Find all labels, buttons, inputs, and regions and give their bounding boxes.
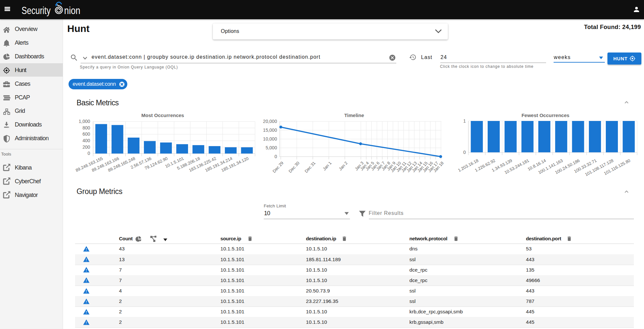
svg-text:Security: Security [22, 5, 51, 16]
svg-text:800: 800 [83, 125, 90, 130]
svg-text:0: 0 [87, 151, 90, 156]
svg-text:Dec 31: Dec 31 [304, 160, 316, 173]
svg-text:15,000: 15,000 [263, 127, 277, 133]
svg-text:Fewest Occurrences: Fewest Occurrences [522, 112, 570, 118]
svg-text:185.191.34.120: 185.191.34.120 [221, 156, 249, 173]
svg-text:600: 600 [83, 131, 90, 137]
svg-text:nion: nion [64, 5, 80, 16]
svg-text:0: 0 [275, 154, 277, 159]
svg-text:Dec 29: Dec 29 [272, 160, 284, 173]
svg-text:101.108.117.128: 101.108.117.128 [584, 158, 614, 177]
svg-text:Most Occurrences: Most Occurrences [141, 112, 184, 118]
svg-text:Jan 1: Jan 1 [322, 160, 333, 171]
svg-text:1,000: 1,000 [79, 119, 90, 124]
svg-text:10,000: 10,000 [263, 136, 277, 142]
svg-text:1: 1 [463, 118, 466, 124]
svg-text:Jan 2: Jan 2 [338, 160, 349, 171]
svg-text:200: 200 [83, 144, 90, 150]
svg-text:5,000: 5,000 [266, 145, 277, 150]
svg-text:400: 400 [83, 138, 90, 143]
svg-text:Timeline: Timeline [344, 112, 364, 118]
svg-text:0: 0 [463, 150, 466, 155]
svg-text:20,000: 20,000 [263, 119, 277, 124]
svg-text:Dec 30: Dec 30 [288, 160, 300, 173]
